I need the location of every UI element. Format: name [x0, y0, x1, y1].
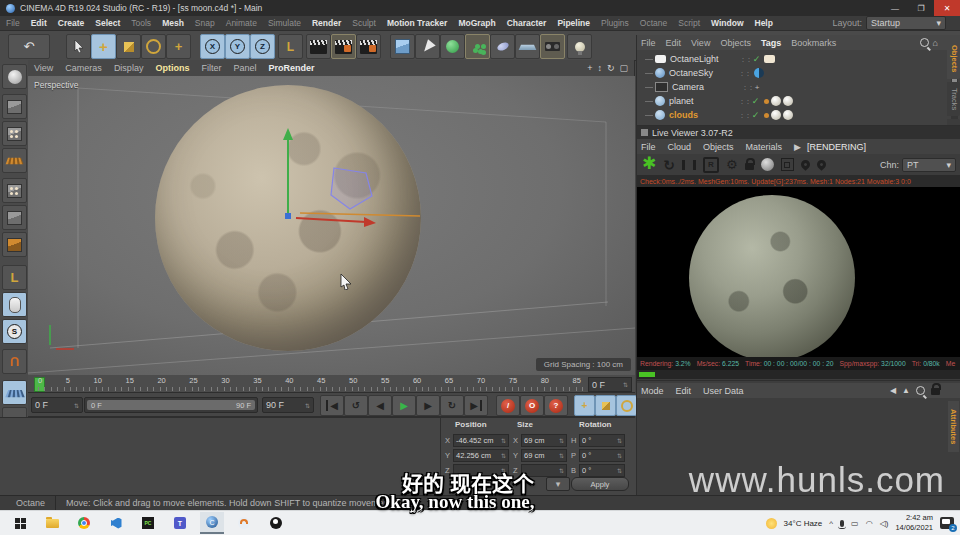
visibility-dots[interactable]: : :: [741, 70, 750, 77]
loop-button[interactable]: ↻: [440, 395, 464, 416]
channel-dropdown[interactable]: PT▾: [902, 158, 956, 172]
menu-plugins[interactable]: Plugins: [601, 18, 629, 28]
layout-dropdown[interactable]: Startup ▾: [866, 16, 946, 30]
enable-check-icon[interactable]: ✓: [752, 96, 760, 106]
material-ball-icon[interactable]: [761, 158, 774, 171]
polygon-mode-button[interactable]: [2, 232, 27, 257]
weather-label[interactable]: 34°C Haze: [784, 519, 823, 528]
menu-script[interactable]: Script: [678, 18, 700, 28]
add-deformer-button[interactable]: [490, 34, 515, 59]
object-name-selected[interactable]: clouds: [669, 110, 741, 120]
menu-window[interactable]: Window: [711, 18, 744, 28]
axis-mode-button[interactable]: L: [2, 265, 27, 290]
key-rotation-button[interactable]: [616, 395, 637, 416]
move-tool[interactable]: +: [91, 34, 116, 59]
volume-icon[interactable]: ◁): [880, 519, 889, 528]
edge-mode-button[interactable]: [2, 178, 27, 203]
last-tool-button[interactable]: +: [166, 34, 191, 59]
search-icon[interactable]: [916, 386, 925, 395]
lock-resolution-icon[interactable]: [745, 163, 754, 170]
object-name[interactable]: planet: [669, 96, 741, 106]
y-axis-lock[interactable]: Y: [225, 34, 250, 59]
viewport-solo-button[interactable]: [2, 292, 27, 317]
object-name[interactable]: Camera: [672, 82, 744, 92]
region-render-button[interactable]: R: [703, 157, 719, 173]
search-icon[interactable]: [920, 38, 929, 47]
snap-button[interactable]: S: [2, 319, 27, 344]
play-button[interactable]: ▶: [392, 395, 416, 416]
lock-icon[interactable]: [931, 388, 940, 395]
lv-menu-cloud[interactable]: Cloud: [668, 142, 692, 152]
lv-menu-objects[interactable]: Objects: [703, 142, 734, 152]
close-button[interactable]: ✕: [934, 0, 960, 16]
undo-button[interactable]: ↶: [8, 34, 50, 59]
live-selection-tool[interactable]: [66, 34, 91, 59]
object-row-clouds[interactable]: clouds : : ✓: [637, 108, 937, 122]
frame-range-slider[interactable]: 0 F 90 F: [84, 397, 258, 413]
vp-menu-options[interactable]: Options: [155, 63, 189, 73]
next-frame-button[interactable]: ▶: [416, 395, 440, 416]
vp-menu-prorender[interactable]: ProRender: [268, 63, 314, 73]
menu-edit[interactable]: Edit: [31, 18, 47, 28]
menu-octane[interactable]: Octane: [640, 18, 667, 28]
weather-icon[interactable]: [766, 518, 777, 529]
om-menu-file[interactable]: File: [641, 38, 656, 48]
viewport-rotate-icon[interactable]: ↻: [607, 63, 615, 73]
workplane-lock-button[interactable]: [2, 380, 27, 405]
enable-check-icon[interactable]: ✓: [752, 110, 760, 120]
spinner-icon[interactable]: ⇅: [74, 402, 79, 409]
vp-menu-filter[interactable]: Filter: [201, 63, 221, 73]
history-back-icon[interactable]: ◀: [890, 386, 896, 395]
menu-pipeline[interactable]: Pipeline: [557, 18, 590, 28]
camera-tag-icon[interactable]: +: [755, 83, 760, 92]
end-frame-field[interactable]: 90 F⇅: [262, 397, 314, 413]
add-spline-button[interactable]: [415, 34, 440, 59]
add-environment-button[interactable]: [515, 34, 540, 59]
object-row-planet[interactable]: planet : : ✓: [637, 94, 937, 108]
tab-attributes[interactable]: Attributes: [948, 401, 959, 452]
octane-logo-icon[interactable]: ✱: [642, 159, 656, 169]
maximize-button[interactable]: ❐: [908, 0, 934, 16]
om-menu-objects[interactable]: Objects: [720, 38, 751, 48]
vscode-button[interactable]: [104, 512, 128, 534]
menu-file[interactable]: File: [6, 18, 20, 28]
vp-menu-cameras[interactable]: Cameras: [65, 63, 102, 73]
lv-menu-file[interactable]: File: [641, 142, 656, 152]
pos-y-field[interactable]: 42.256 cm⇅: [453, 449, 509, 462]
om-menu-edit[interactable]: Edit: [666, 38, 682, 48]
microphone-icon[interactable]: [840, 520, 844, 527]
white-balance-picker-icon[interactable]: [815, 158, 828, 171]
z-axis-lock[interactable]: Z: [250, 34, 275, 59]
menu-select[interactable]: Select: [95, 18, 120, 28]
sky-tag-icon[interactable]: [754, 68, 764, 78]
parent-icon[interactable]: ▲: [902, 386, 910, 395]
texture-mode-button[interactable]: [2, 148, 27, 173]
file-explorer-button[interactable]: [40, 512, 64, 534]
play-backwards-button[interactable]: ↺: [344, 395, 368, 416]
vp-menu-panel[interactable]: Panel: [233, 63, 256, 73]
menu-mesh[interactable]: Mesh: [162, 18, 184, 28]
at-menu-edit[interactable]: Edit: [676, 386, 692, 396]
polygon-cube-button[interactable]: [2, 205, 27, 230]
rotate-tool[interactable]: [141, 34, 166, 59]
visibility-dots[interactable]: : :: [741, 112, 750, 119]
autokey-button[interactable]: O: [520, 395, 544, 416]
vp-menu-view[interactable]: View: [34, 63, 53, 73]
model-mode-button[interactable]: [2, 94, 27, 119]
tab-objects[interactable]: Objects: [947, 39, 960, 79]
viewport-pan-icon[interactable]: +: [587, 63, 592, 73]
object-name[interactable]: OctaneLight: [670, 54, 742, 64]
start-button[interactable]: [8, 512, 32, 534]
material-tag-icon[interactable]: [783, 96, 793, 106]
pos-x-field[interactable]: -46.452 cm⇅: [453, 434, 509, 447]
menu-tools[interactable]: Tools: [131, 18, 151, 28]
material-tag-icon[interactable]: [771, 96, 781, 106]
points-mode-button[interactable]: [2, 121, 27, 146]
render-picture-viewer-button[interactable]: [331, 34, 356, 59]
object-row-camera[interactable]: Camera : : +: [637, 80, 937, 94]
om-menu-bookmarks[interactable]: Bookmarks: [791, 38, 836, 48]
cinema4d-taskbar-button[interactable]: C: [200, 512, 224, 534]
phong-tag-icon[interactable]: [764, 113, 769, 118]
timeline-ruler[interactable]: 0510 152025 303540 455055 606570 758085 …: [28, 375, 635, 393]
film-region-icon[interactable]: [781, 158, 794, 171]
